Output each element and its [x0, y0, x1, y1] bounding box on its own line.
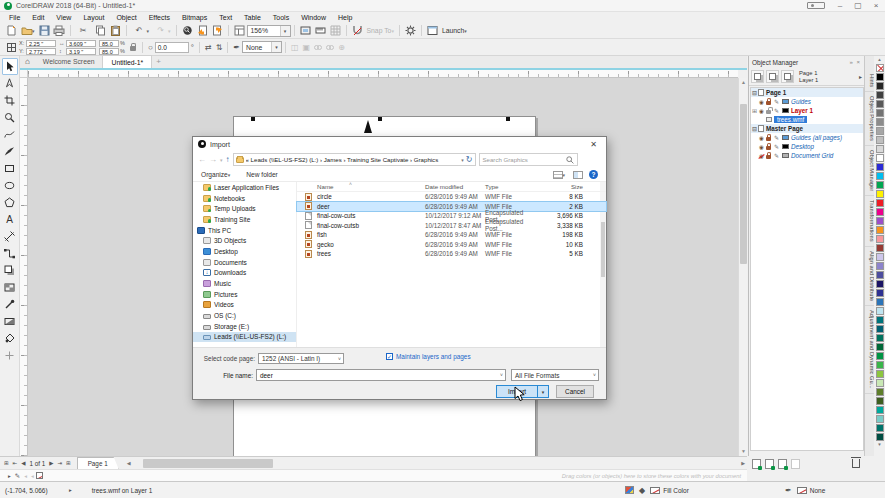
show-rulers-icon[interactable]: [313, 24, 328, 38]
back-icon[interactable]: ←: [198, 155, 206, 164]
menu-table[interactable]: Table: [238, 12, 267, 23]
palette-swatch[interactable]: [876, 307, 884, 315]
palette-swatch[interactable]: [876, 109, 884, 117]
palette-swatch[interactable]: [876, 280, 884, 288]
welcome-home-icon[interactable]: ⌂: [20, 55, 35, 68]
palette-swatch[interactable]: [876, 352, 884, 360]
selection-handle[interactable]: [506, 117, 510, 121]
om-node-desktop[interactable]: ◉✎Desktop: [751, 142, 863, 151]
snap-off-icon[interactable]: [350, 24, 365, 38]
palette-swatch[interactable]: [876, 163, 884, 171]
visibility-eye-icon[interactable]: ◉: [758, 135, 765, 141]
wrap-text-icon[interactable]: ◫: [291, 43, 299, 52]
palette-swatch[interactable]: [876, 73, 884, 81]
expander-icon[interactable]: ⊟: [751, 125, 758, 132]
file-name-input[interactable]: deer˅: [256, 369, 506, 381]
new-tab-button[interactable]: +: [152, 55, 165, 68]
address-dropdown-icon[interactable]: ▾: [461, 157, 464, 163]
shape-tool[interactable]: [2, 75, 18, 92]
checkbox-checked-icon[interactable]: ✓: [386, 353, 393, 360]
palette-swatch[interactable]: [876, 262, 884, 270]
tab-untitled-1[interactable]: Untitled-1*: [102, 55, 152, 68]
new-folder-button[interactable]: New folder: [246, 171, 278, 178]
interactive-fill-tool[interactable]: [2, 313, 18, 330]
next-page-icon[interactable]: ▶: [47, 460, 55, 466]
lock-icon[interactable]: [766, 137, 771, 141]
om-node-guides-all-pages-[interactable]: ◉✎Guides (all pages): [751, 133, 863, 142]
palette-swatch[interactable]: [876, 298, 884, 306]
link-icon[interactable]: [314, 45, 322, 50]
vscroll-thumb[interactable]: [740, 104, 747, 264]
palette-swatch[interactable]: [876, 82, 884, 90]
scroll-up-icon[interactable]: ▲: [739, 78, 748, 87]
column-type[interactable]: Type: [485, 183, 541, 190]
text-tool[interactable]: A: [2, 211, 18, 228]
refresh-icon[interactable]: ↻: [466, 155, 473, 164]
ellipse-tool[interactable]: [2, 177, 18, 194]
show-object-properties-button[interactable]: [751, 70, 764, 83]
up-icon[interactable]: ↑: [226, 155, 230, 164]
menu-file[interactable]: File: [3, 12, 26, 23]
palette-scroll-down-icon[interactable]: ▼: [877, 441, 881, 448]
palette-swatch[interactable]: [876, 325, 884, 333]
palette-swatch[interactable]: [876, 388, 884, 396]
search-content-icon[interactable]: [180, 24, 195, 38]
palette-swatch[interactable]: [876, 190, 884, 198]
cancel-button[interactable]: Cancel: [556, 385, 594, 398]
selection-handle[interactable]: [251, 117, 255, 121]
visibility-eye-icon[interactable]: ◉: [758, 108, 765, 114]
docker-tab-adjustment-and-dynamic-gu-[interactable]: Adjustment and Dynamic Gu...: [865, 306, 875, 394]
edit-across-layers-button[interactable]: [766, 70, 779, 83]
undo-icon[interactable]: ↶: [132, 24, 147, 38]
tab-welcome-screen[interactable]: Welcome Screen: [35, 55, 103, 68]
dimension-tool[interactable]: [2, 228, 18, 245]
column-size[interactable]: Size: [541, 183, 591, 190]
address-bar[interactable]: « Leads (\\EL-US-FS2) (L:) › James › Tra…: [233, 153, 476, 166]
rectangle-tool[interactable]: [2, 160, 18, 177]
search-input[interactable]: Search Graphics: [479, 153, 578, 166]
paste-icon[interactable]: [108, 24, 123, 38]
sidebar-item-documents[interactable]: Documents: [193, 257, 296, 268]
code-page-select[interactable]: 1252 (ANSI - Latin I)˅: [258, 353, 344, 364]
sidebar-item-os-c-[interactable]: OS (C:): [193, 310, 296, 321]
dialog-close-icon[interactable]: ✕: [586, 140, 601, 149]
object-width-field[interactable]: 3.609 ": [66, 40, 96, 47]
file-row-trees[interactable]: trees6/28/2016 9:49 AMWMF File5 KB: [297, 249, 606, 259]
sidebar-item-videos[interactable]: Videos: [193, 300, 296, 311]
palette-swatch[interactable]: [876, 91, 884, 99]
palette-swatch[interactable]: [876, 361, 884, 369]
sidebar-item-music[interactable]: Music: [193, 278, 296, 289]
y-position-field[interactable]: 2.772 ": [26, 48, 56, 55]
recent-locations-icon[interactable]: ▾: [220, 157, 223, 163]
forward-icon[interactable]: →: [209, 155, 217, 164]
outline-width-combo[interactable]: None▾: [242, 41, 282, 53]
palette-swatch[interactable]: [876, 145, 884, 153]
first-page-icon[interactable]: ⇤: [11, 460, 20, 466]
palette-swatch[interactable]: [876, 253, 884, 261]
palette-swatch[interactable]: [876, 118, 884, 126]
freehand-tool[interactable]: [2, 126, 18, 143]
om-node-page-1[interactable]: ⊟Page 1: [751, 88, 863, 97]
edit-pencil-icon[interactable]: ✎: [773, 98, 780, 105]
preview-pane-icon[interactable]: [573, 171, 583, 179]
menu-help[interactable]: Help: [332, 12, 358, 23]
edit-source-icon[interactable]: ▣: [303, 43, 311, 52]
palette-scroll-up-icon[interactable]: ▲: [877, 56, 881, 63]
layer-color-swatch[interactable]: [782, 108, 789, 113]
object-height-field[interactable]: 3.19 ": [66, 48, 96, 55]
layer-color-swatch[interactable]: [782, 135, 789, 140]
drop-shadow-tool[interactable]: [2, 262, 18, 279]
docker-tab-transformations[interactable]: Transformations: [865, 196, 875, 247]
om-node-trees-wmf[interactable]: trees.wmf: [751, 115, 863, 124]
smart-fill-tool[interactable]: [2, 330, 18, 347]
column-name[interactable]: Name: [297, 183, 425, 190]
om-flyout-icon[interactable]: ▸: [859, 73, 862, 80]
layer-manager-view-button[interactable]: [781, 70, 794, 83]
palette-swatch[interactable]: [876, 397, 884, 405]
minimize-button[interactable]: –: [831, 0, 849, 12]
previous-page-icon[interactable]: ◀: [19, 460, 27, 466]
sidebar-item-temp-uploads[interactable]: Temp Uploads: [193, 203, 296, 214]
palette-swatch[interactable]: [876, 433, 884, 441]
sidebar-item-leads-el-us-fs2-l-[interactable]: Leads (\\EL-US-FS2) (L:): [193, 332, 296, 343]
sidebar-item-3d-objects[interactable]: 3D Objects: [193, 235, 296, 246]
